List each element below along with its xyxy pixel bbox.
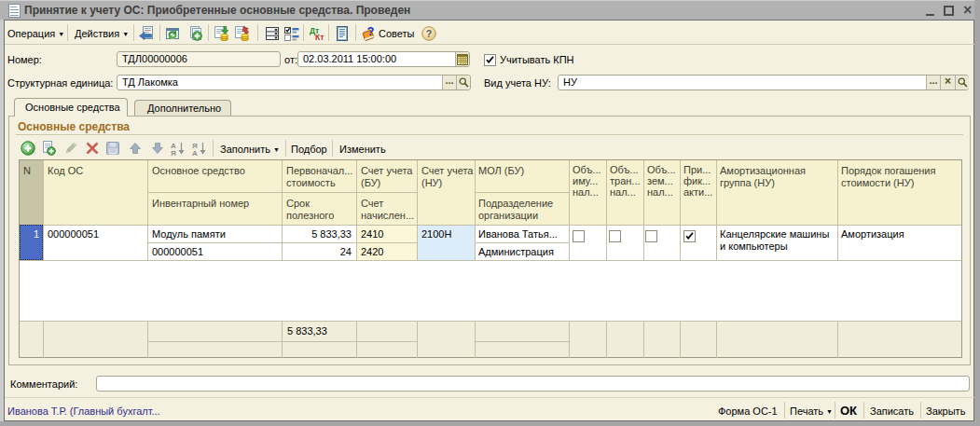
svg-text:Я: Я [171,149,176,157]
svg-text:А: А [192,149,198,157]
svg-text:Кт: Кт [315,33,324,41]
svg-text:?: ? [426,28,432,39]
svg-text:?: ? [367,25,375,38]
